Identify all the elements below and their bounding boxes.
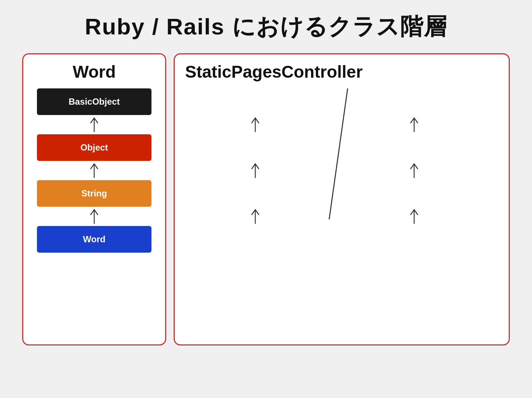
right-col: ActionController::Metal ActionController… <box>340 88 488 253</box>
right-arrow-1 <box>407 115 421 134</box>
diagrams-row: Word BasicObject Object Str <box>15 53 517 345</box>
arrow-1 <box>88 115 101 134</box>
left-col: BasicObject Object <box>181 88 329 253</box>
abstract-controller-base: AbstractController::Base <box>189 180 322 207</box>
static-panel-title: StaticPagesController <box>181 62 502 82</box>
word-hierarchy: BasicObject Object String <box>37 88 151 253</box>
word-basic-object: BasicObject <box>37 88 151 115</box>
word-word: Word <box>37 226 151 253</box>
arrow-3 <box>88 207 101 226</box>
right-arrow-3 <box>407 207 421 226</box>
left-arrow-2 <box>249 161 262 180</box>
page-title: Ruby / Rails におけるクラス階層 <box>85 11 447 42</box>
arrow-2 <box>88 161 101 180</box>
left-arrow-3 <box>249 207 262 226</box>
action-controller-metal-right: ActionController::Metal <box>348 88 481 115</box>
word-object: Object <box>37 134 151 161</box>
word-string: String <box>37 180 151 207</box>
static-panel: StaticPagesController BasicObject Object <box>174 53 510 345</box>
static-object: Object <box>189 134 322 161</box>
action-controller-base: ActionController::Base <box>348 134 481 161</box>
two-columns: BasicObject Object <box>181 88 502 253</box>
static-basic-object: BasicObject <box>189 88 322 115</box>
action-controller-metal-left: ActionController::Metal <box>189 226 322 253</box>
word-panel-title: Word <box>30 62 158 82</box>
left-arrow-1 <box>249 115 262 134</box>
word-panel: Word BasicObject Object Str <box>22 53 166 345</box>
right-arrow-2 <box>407 161 421 180</box>
static-pages-controller: StaticPagesController <box>348 226 481 253</box>
application-controller: ApplicationController <box>348 180 481 207</box>
